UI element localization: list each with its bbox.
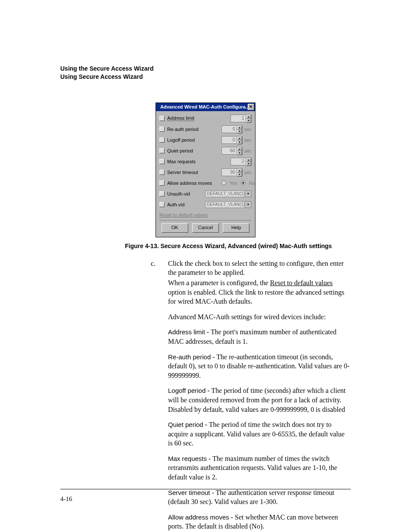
- checkbox-logoff[interactable]: [159, 137, 165, 143]
- running-header: Using the Secure Access Wizard Using Sec…: [60, 65, 351, 81]
- def-logoff-period: Logoff period - The period of time (seco…: [168, 386, 351, 414]
- figure-caption: Figure 4-13. Secure Access Wizard, Advan…: [125, 243, 351, 249]
- label-address-limit: Address limit: [167, 115, 194, 121]
- system-menu-icon[interactable]: [158, 104, 159, 109]
- checkbox-unauth-vid[interactable]: [159, 191, 165, 196]
- spinner-address-limit[interactable]: 1 ▲▼: [230, 115, 252, 122]
- chevron-down-icon[interactable]: ▼: [246, 162, 251, 166]
- chevron-up-icon[interactable]: ▲: [237, 147, 242, 151]
- help-button[interactable]: Help: [223, 223, 249, 233]
- dialog-title: Advanced Wired MAC-Auth Configura...: [160, 104, 248, 109]
- unit-quiet: sec: [244, 148, 252, 153]
- chevron-down-icon[interactable]: ▼: [237, 173, 242, 177]
- dialog-titlebar: Advanced Wired MAC-Auth Configura... ✕: [156, 103, 255, 111]
- chevron-up-icon[interactable]: ▲: [237, 137, 242, 140]
- header-line1: Using the Secure Access Wizard: [60, 65, 351, 73]
- radio-yes-label: Yes: [230, 180, 237, 186]
- radio-no[interactable]: [241, 180, 246, 185]
- chevron-up-icon[interactable]: ▲: [246, 115, 251, 119]
- cancel-button[interactable]: Cancel: [192, 223, 219, 233]
- checkbox-address-limit[interactable]: [159, 116, 165, 121]
- unit-logoff: sec: [244, 137, 252, 143]
- def-reauth-period: Re-auth period - The re-authentication t…: [168, 352, 351, 380]
- label-srvtimeout: Server timeout: [167, 170, 198, 175]
- label-quiet: Quiet period: [167, 148, 193, 153]
- step-intro-3: Advanced MAC-Auth settings for wired dev…: [168, 312, 351, 322]
- chevron-down-icon[interactable]: ▼: [237, 140, 242, 144]
- unit-srvtimeout: sec: [244, 170, 252, 175]
- page-number: 4-16: [60, 495, 72, 503]
- checkbox-quiet[interactable]: [159, 148, 165, 153]
- close-icon[interactable]: ✕: [248, 104, 254, 110]
- spinner-maxreq[interactable]: 2 ▲▼: [230, 158, 252, 165]
- spinner-logoff[interactable]: 0 ▲▼: [221, 136, 243, 144]
- figure-screenshot: Advanced Wired MAC-Auth Configura... ✕ A…: [60, 103, 351, 237]
- chevron-up-icon[interactable]: ▲: [237, 126, 242, 130]
- checkbox-auth-vid[interactable]: [159, 202, 165, 207]
- chevron-down-icon[interactable]: ▼: [246, 119, 251, 123]
- checkbox-srvtimeout[interactable]: [159, 170, 165, 175]
- header-line2: Using Secure Access Wizard: [60, 73, 351, 81]
- unit-reauth: sec: [244, 127, 252, 132]
- label-logoff: Logoff period: [167, 137, 195, 143]
- dialog-window: Advanced Wired MAC-Auth Configura... ✕ A…: [156, 103, 255, 237]
- step-intro-1: Click the check box to select the settin…: [168, 259, 351, 277]
- def-max-requests: Max requests - The maximum number of tim…: [168, 454, 351, 482]
- radio-yes[interactable]: [221, 180, 226, 185]
- checkbox-allowmoves[interactable]: [159, 180, 165, 186]
- footer-rule: [60, 489, 351, 489]
- step-intro-2: When a parameter is configured, the Rese…: [168, 278, 351, 306]
- label-allowmoves: Allow address moves: [167, 180, 212, 186]
- spinner-reauth[interactable]: 0 ▲▼: [221, 125, 243, 133]
- chevron-down-icon[interactable]: ▼: [245, 202, 251, 208]
- chevron-down-icon[interactable]: ▼: [237, 130, 242, 134]
- label-unauth-vid: Unauth-vid: [167, 191, 190, 196]
- chevron-down-icon[interactable]: ▼: [245, 191, 251, 197]
- def-quiet-period: Quiet period - The period of time the sw…: [168, 420, 351, 448]
- combo-unauth-vid[interactable]: DEFAULT_VLAN(1) ▼: [205, 190, 252, 197]
- chevron-up-icon[interactable]: ▲: [246, 158, 251, 162]
- checkbox-maxreq[interactable]: [159, 159, 165, 164]
- chevron-up-icon[interactable]: ▲: [237, 169, 242, 173]
- reset-inline-link: Reset to default values: [270, 279, 333, 286]
- spinner-srvtimeout[interactable]: 30 ▲▼: [221, 168, 243, 176]
- def-server-timeout: Server timeout - The authentication serv…: [168, 488, 351, 507]
- reset-to-defaults-link[interactable]: Reset to default values: [159, 212, 208, 218]
- combo-auth-vid[interactable]: DEFAULT_VLAN(1) ▼: [205, 201, 252, 208]
- chevron-down-icon[interactable]: ▼: [237, 151, 242, 155]
- label-reauth: Re-auth period: [167, 127, 199, 132]
- label-auth-vid: Auth-vid: [167, 202, 184, 207]
- radio-no-label: No: [249, 180, 255, 186]
- spinner-quiet[interactable]: 60 ▲▼: [221, 147, 243, 155]
- checkbox-reauth[interactable]: [159, 127, 165, 132]
- def-address-limit: Address limit - The port's maximum numbe…: [168, 327, 351, 346]
- ok-button[interactable]: OK: [162, 223, 188, 233]
- step-marker: c.: [151, 259, 159, 532]
- label-maxreq: Max requests: [167, 159, 196, 164]
- def-allow-address-moves: Allow address moves - Set whether MAC ca…: [168, 513, 351, 531]
